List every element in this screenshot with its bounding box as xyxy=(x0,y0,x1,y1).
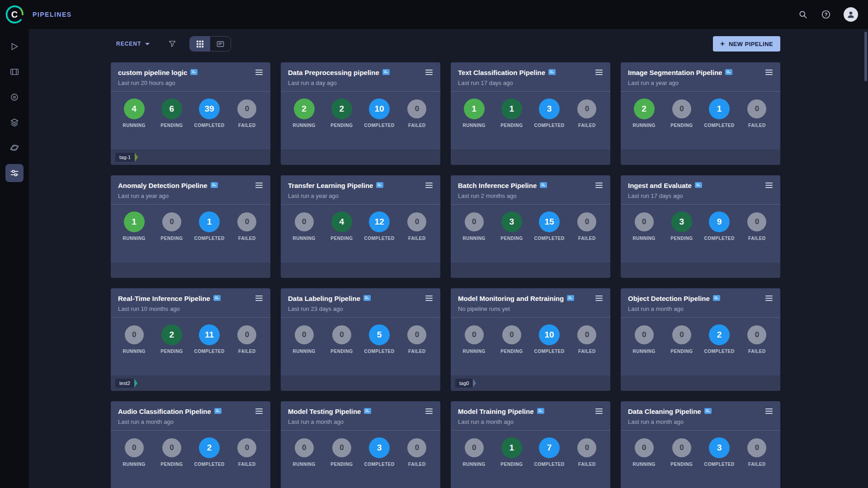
card-menu-button[interactable] xyxy=(765,68,773,76)
stat-completed: 10 COMPLETED xyxy=(531,324,568,354)
filter-button[interactable] xyxy=(167,38,178,49)
pipeline-card[interactable]: Ingest and Evaluate Last run 17 days ago… xyxy=(621,175,780,278)
running-count-badge: 0 xyxy=(295,325,314,344)
sidebar-item-datasets[interactable] xyxy=(5,63,24,81)
pipeline-card[interactable]: Audio Classification Pipeline Last run a… xyxy=(111,401,270,488)
card-menu-button[interactable] xyxy=(425,294,433,302)
sidebar-item-orchestration[interactable] xyxy=(5,113,24,131)
pending-count-badge: 1 xyxy=(501,99,522,119)
card-footer xyxy=(621,263,780,278)
failed-label: FAILED xyxy=(408,462,426,467)
help-button[interactable]: ? xyxy=(820,9,832,20)
stat-running: 1 RUNNING xyxy=(455,98,493,128)
pipeline-card[interactable]: Transfer Learning Pipeline Last run a ye… xyxy=(281,175,440,278)
pipeline-card[interactable]: Model Testing Pipeline Last run a month … xyxy=(281,401,440,488)
sidebar-item-projects[interactable] xyxy=(5,38,24,56)
pipeline-card[interactable]: Batch Inference Pipeline Last run 2 mont… xyxy=(451,175,610,278)
running-label: RUNNING xyxy=(293,123,316,128)
running-count-badge: 1 xyxy=(464,99,485,119)
card-header: custom pipeline logic Last run 20 hours … xyxy=(111,62,270,86)
pipeline-card[interactable]: Model Monitoring and Retraining No pipel… xyxy=(451,288,610,391)
running-count-badge: 0 xyxy=(125,325,144,344)
stat-running: 0 RUNNING xyxy=(115,324,153,354)
failed-count-badge: 0 xyxy=(577,212,596,231)
stat-pending: 0 PENDING xyxy=(663,437,700,467)
card-menu-button[interactable] xyxy=(595,181,603,189)
last-run-text: Last run 10 months ago xyxy=(118,305,263,312)
card-menu-button[interactable] xyxy=(595,294,603,302)
pipeline-card[interactable]: Image Segmentation Pipeline Last run a y… xyxy=(621,62,780,165)
running-label: RUNNING xyxy=(463,349,486,354)
card-header: Ingest and Evaluate Last run 17 days ago xyxy=(621,175,780,199)
failed-count-badge: 0 xyxy=(577,99,596,118)
pending-label: PENDING xyxy=(330,462,353,467)
run-stats: 0 RUNNING 0 PENDING 3 COMPLETED 0 FAILED xyxy=(281,431,440,467)
scrollbar-thumb[interactable] xyxy=(864,32,867,81)
grid-view-button[interactable] xyxy=(190,37,210,51)
completed-count-badge: 5 xyxy=(369,324,390,345)
pipeline-card[interactable]: Model Training Pipeline Last run a month… xyxy=(451,401,610,488)
hamburger-icon xyxy=(595,70,603,70)
stat-running: 0 RUNNING xyxy=(625,324,663,354)
failed-label: FAILED xyxy=(578,349,596,354)
sidebar-item-pipelines[interactable] xyxy=(5,164,24,182)
sidebar-item-applications[interactable] xyxy=(5,139,24,157)
card-footer: tag0 xyxy=(451,375,610,391)
stat-pending: 2 PENDING xyxy=(323,98,360,128)
completed-label: COMPLETED xyxy=(704,349,734,354)
sidebar-item-model-endpoints[interactable] xyxy=(5,88,24,106)
card-menu-button[interactable] xyxy=(765,407,773,415)
card-menu-button[interactable] xyxy=(255,407,263,415)
tag-chip[interactable]: tag-1 xyxy=(115,153,138,162)
card-menu-button[interactable] xyxy=(425,68,433,76)
clearml-logo[interactable]: C xyxy=(4,4,25,25)
last-run-text: Last run 2 months ago xyxy=(458,192,603,199)
card-menu-button[interactable] xyxy=(595,407,603,415)
stat-failed: 0 FAILED xyxy=(738,324,776,354)
tag-chip[interactable]: tag0 xyxy=(455,379,476,388)
completed-count-badge: 3 xyxy=(369,437,390,458)
tag-chip[interactable]: test2 xyxy=(115,379,137,388)
new-pipeline-button[interactable]: + NEW PIPELINE xyxy=(713,36,780,52)
user-avatar[interactable] xyxy=(844,7,858,22)
pipeline-card[interactable]: custom pipeline logic Last run 20 hours … xyxy=(111,62,270,165)
hamburger-icon xyxy=(425,70,433,70)
card-menu-button[interactable] xyxy=(255,181,263,189)
card-menu-button[interactable] xyxy=(255,68,263,76)
card-menu-button[interactable] xyxy=(765,294,773,302)
pending-count-badge: 0 xyxy=(672,99,691,118)
page-title: PIPELINES xyxy=(33,11,72,18)
stat-failed: 0 FAILED xyxy=(228,437,266,467)
card-menu-button[interactable] xyxy=(425,181,433,189)
pipeline-card[interactable]: Object Detection Pipeline Last run a mon… xyxy=(621,288,780,391)
failed-label: FAILED xyxy=(238,236,256,241)
run-stats: 0 RUNNING 1 PENDING 7 COMPLETED 0 FAILED xyxy=(451,431,610,467)
pending-label: PENDING xyxy=(670,462,693,467)
pipeline-card[interactable]: Data Cleaning Pipeline Last run a month … xyxy=(621,401,780,488)
running-count-badge: 2 xyxy=(634,99,655,119)
card-menu-button[interactable] xyxy=(765,181,773,189)
stat-failed: 0 FAILED xyxy=(228,211,266,241)
pipeline-card[interactable]: Anomaly Detection Pipeline Last run a ye… xyxy=(111,175,270,278)
card-menu-button[interactable] xyxy=(595,68,603,76)
pipeline-card[interactable]: Data Preprocessing pipeline Last run a d… xyxy=(281,62,440,165)
completed-label: COMPLETED xyxy=(364,462,394,467)
pipeline-card[interactable]: Text Classification Pipeline Last run 17… xyxy=(451,62,610,165)
failed-count-badge: 0 xyxy=(747,99,766,118)
pending-label: PENDING xyxy=(330,236,353,241)
pipeline-card[interactable]: Real-Time Inference Pipeline Last run 10… xyxy=(111,288,270,391)
search-button[interactable] xyxy=(797,9,808,20)
sort-dropdown[interactable]: RECENT xyxy=(116,41,150,47)
project-icon xyxy=(190,69,198,75)
stat-failed: 0 FAILED xyxy=(568,324,606,354)
pending-count-badge: 3 xyxy=(501,211,522,232)
pipeline-card[interactable]: Data Labeling Pipeline Last run 23 days … xyxy=(281,288,440,391)
pipeline-title: Image Segmentation Pipeline xyxy=(628,69,722,76)
last-run-text: Last run a year ago xyxy=(628,80,773,86)
card-view-button[interactable] xyxy=(210,37,231,51)
search-icon xyxy=(798,10,807,19)
card-menu-button[interactable] xyxy=(255,294,263,302)
card-menu-button[interactable] xyxy=(425,407,433,415)
stat-running: 0 RUNNING xyxy=(115,437,153,467)
pipeline-title: Model Monitoring and Retraining xyxy=(458,295,564,302)
